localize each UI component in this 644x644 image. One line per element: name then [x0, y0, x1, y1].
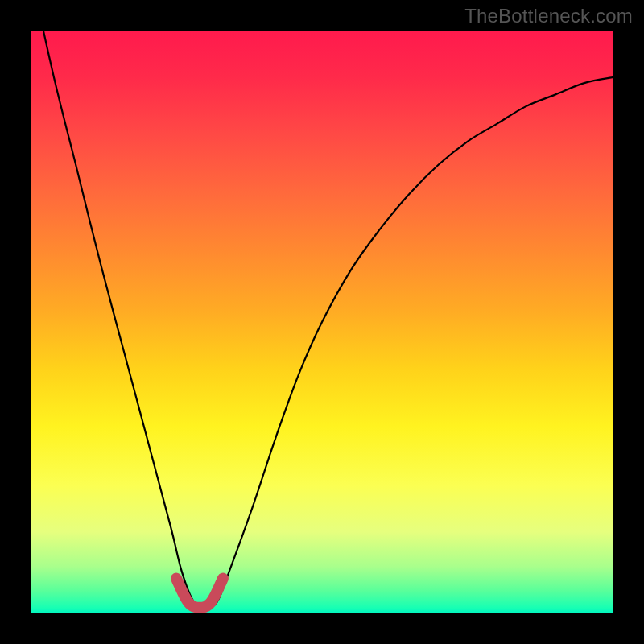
bottleneck-curve	[31, 31, 613, 608]
curve-layer	[31, 31, 613, 613]
chart-frame: TheBottleneck.com	[0, 0, 644, 644]
plot-area	[31, 31, 613, 613]
watermark-text: TheBottleneck.com	[464, 5, 633, 27]
valley-highlight	[176, 579, 223, 608]
